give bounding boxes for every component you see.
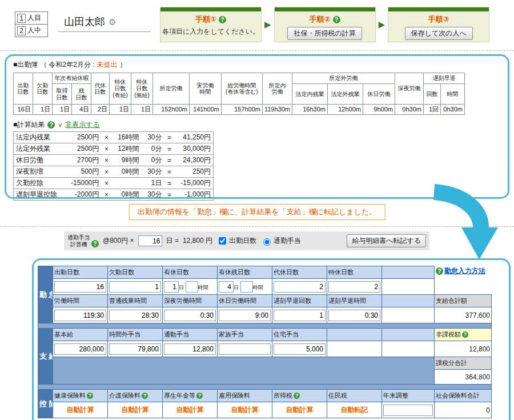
commute-amount: 12,800 円	[183, 236, 212, 246]
hide-results-link[interactable]: 非表示する	[65, 120, 100, 130]
att-value: 119h30m	[263, 105, 292, 115]
att-h-legal-inside-ot: 法定内残業	[292, 84, 328, 105]
workdays-input[interactable]	[54, 281, 106, 293]
absence-days-input[interactable]	[109, 281, 161, 293]
overtime-allowance-input[interactable]	[109, 343, 161, 355]
calc-minutes: 0分	[142, 143, 164, 155]
calc-results-header: ■計算結果 ? ∨ 非表示する	[13, 120, 501, 130]
commute-radio-wrap: 通勤手当	[260, 236, 301, 246]
help-icon[interactable]: ?	[333, 16, 340, 23]
calc-label: 遅刻早退控除	[14, 189, 66, 201]
step-3-label: 手順③	[428, 14, 449, 25]
payroll-table: 勤 怠 出勤日数 欠勤日数 有休日数 有休残日数 代休日数 特休日数 ? 勤怠入…	[38, 266, 492, 418]
form-h-commute-allowance: 通勤手当	[163, 329, 218, 341]
step-1: 手順① ? 各項目に入力をしてください。	[160, 7, 262, 42]
commute-calculator-label: 通勤手当 計算機	[67, 234, 90, 247]
late-count-cell	[272, 307, 327, 323]
payroll-form: 勤 怠 出勤日数 欠勤日数 有休日数 有休残日数 代休日数 特休日数 ? 勤怠入…	[32, 258, 511, 420]
step-arrow-icon: ▶	[264, 19, 271, 30]
form-h-year-end-adjustment: 年末調整	[382, 390, 435, 402]
section-attendance: 勤 怠	[38, 266, 53, 323]
attendance-input-help-link[interactable]: 勤怠入力方法	[444, 266, 485, 276]
form-h-income-tax: 所得税?	[272, 390, 327, 402]
transfer-message: 出勤簿の情報を「勤怠」欄に、計算結果を「支給」欄に転記しました。	[129, 204, 386, 220]
form-h-housing-allowance: 住宅手当	[272, 329, 327, 341]
save-next-person-button[interactable]: 保存して次の人へ	[405, 27, 473, 40]
work-hours-input[interactable]	[54, 310, 106, 321]
base-salary-input[interactable]	[54, 343, 106, 355]
year-end-adjustment-input[interactable]	[383, 405, 433, 416]
step-2-label: 手順②	[310, 14, 331, 25]
help-icon[interactable]: ?	[436, 267, 443, 275]
att-h-within-scheduled: 所定内 労働	[263, 73, 292, 105]
help-icon[interactable]: ?	[47, 121, 55, 129]
blank-cell	[382, 307, 435, 323]
form-h-blank	[327, 329, 382, 341]
care-insurance-auto: 自動計算	[108, 402, 163, 418]
calc-minutes: 30分	[142, 189, 164, 201]
att-h-late-time: 時間	[441, 84, 465, 105]
step-3-title: 手順③	[388, 14, 489, 25]
help-icon[interactable]: ?	[196, 393, 203, 399]
multiply-sign: ×	[102, 189, 112, 201]
step-1-title: 手順① ?	[160, 14, 261, 25]
housing-allowance-input[interactable]	[274, 343, 326, 355]
att-h-legal-outside-ot: 法定外残業	[328, 84, 363, 105]
paid-leave-hours-input[interactable]	[186, 281, 198, 293]
paid-leave-days-input[interactable]	[164, 281, 179, 293]
att-h-paid-leave-group: 年次有給休暇	[53, 73, 91, 84]
commute-allowance-input[interactable]	[164, 343, 216, 355]
attendance-input-help: ? 勤怠入力方法	[435, 266, 492, 295]
att-value: 157h00m	[222, 105, 263, 115]
special-days-input[interactable]	[328, 281, 380, 293]
total-person-label: 人中	[27, 26, 41, 35]
step-1-bar	[160, 7, 261, 11]
workdays-checkbox-wrap: 出勤日数	[216, 235, 256, 246]
commute-days-input[interactable]	[138, 235, 162, 246]
attendance-table: 出勤 日数 欠勤 日数 年次有給休暇 代休 日数 特休 日数 (有給) 特休 日…	[13, 73, 465, 115]
transfer-to-payslip-button[interactable]: 給与明細書へ転記する	[347, 234, 426, 247]
total-person-number: 2	[17, 26, 26, 35]
attendance-period-close: ）	[120, 60, 127, 70]
multiply-sign: ×	[102, 143, 112, 155]
form-h-normal-overtime: 普通残業時間	[108, 295, 163, 307]
step-2: 手順② ? 社保・所得税の計算	[274, 7, 376, 42]
calc-rate: -15000円	[66, 178, 102, 189]
late-count-input[interactable]	[274, 310, 326, 321]
commute-radio[interactable]	[263, 238, 271, 246]
help-icon[interactable]: ?	[87, 393, 93, 399]
work-hours-cell	[53, 307, 108, 323]
comp-days-input[interactable]	[274, 281, 326, 293]
form-h-resident-tax: 住民税	[327, 390, 382, 402]
step-1-label: 手順①	[195, 14, 216, 25]
gear-icon[interactable]: ⚙	[109, 17, 116, 27]
section-separator	[38, 323, 492, 329]
commute-calculator-label-wrap: 通勤手当 計算機 ?	[67, 234, 99, 247]
att-h-workdays: 出勤 日数	[14, 73, 33, 105]
help-icon[interactable]: ?	[91, 240, 99, 247]
help-icon[interactable]: ?	[219, 16, 226, 23]
help-icon[interactable]: ?	[462, 331, 468, 338]
normal-overtime-input[interactable]	[109, 310, 161, 321]
equals-sign: =	[164, 132, 175, 143]
paid-leave-remaining-input[interactable]	[219, 281, 234, 293]
night-hours-input[interactable]	[164, 310, 216, 321]
calc-minutes: 30分	[142, 132, 164, 143]
att-h-special-paid: 特休 日数 (有給)	[110, 73, 131, 105]
help-icon[interactable]: ?	[294, 393, 300, 399]
calc-amount: 30,000円	[175, 143, 214, 155]
workdays-checkbox[interactable]	[219, 237, 226, 245]
paid-leave-remaining-hours-input[interactable]	[240, 281, 253, 293]
help-icon[interactable]: ?	[142, 393, 148, 399]
calc-hours	[112, 178, 142, 189]
late-hours-input[interactable]	[328, 310, 380, 321]
multiply-sign: ×	[102, 132, 112, 143]
form-h-workdays: 出勤日数	[53, 266, 108, 279]
family-allowance-input[interactable]	[219, 343, 271, 355]
calc-insurance-tax-button[interactable]: 社保・所得税の計算	[287, 27, 362, 40]
current-person-number: 1	[17, 14, 26, 23]
holiday-hours-input[interactable]	[219, 310, 271, 321]
form-h-paid-leave-days: 有休日数	[163, 266, 218, 279]
calc-row: 休日労働 2700円 × 9時間 0分 = 24,300円	[14, 155, 214, 166]
equals-sign: =	[164, 166, 175, 178]
